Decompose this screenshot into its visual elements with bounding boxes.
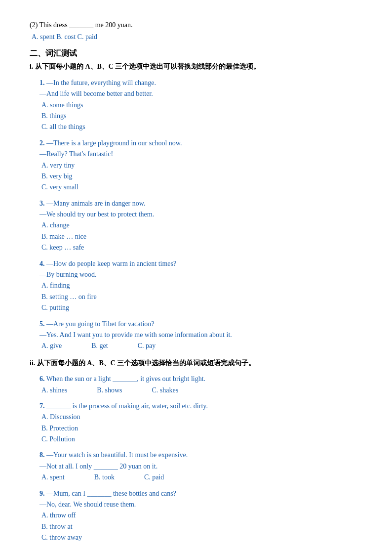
q8-options-inline: A. spent B. took C. paid <box>41 472 362 483</box>
q4-line1: 4. —How do people keep warm in ancient t… <box>39 258 362 269</box>
question-2: 2. —There is a large playground in our s… <box>39 138 362 193</box>
q7-optA: A. Discussion <box>41 412 362 423</box>
q9-optC: C. throw away <box>41 532 362 543</box>
q5-line2: —Yes. And I want you to provide me with … <box>39 330 362 341</box>
q3-optC: C. keep … safe <box>41 242 362 253</box>
questions-part1: 1. —In the future, everything will chang… <box>30 78 362 352</box>
q1-optC: C. all the things <box>41 122 362 132</box>
q7-text: 7. _______ is the process of making air,… <box>39 401 362 412</box>
q4-optC: C. putting <box>41 302 362 313</box>
q1-optB: B. things <box>41 111 362 122</box>
q2-optC: C. very small <box>41 182 362 193</box>
q8-optB: B. took <box>94 472 115 483</box>
q4-optB: B. setting … on fire <box>41 292 362 302</box>
q3-optA: A. change <box>41 220 362 231</box>
part1-label: i. 从下面每小题的 A、B、C 三个选项中选出可以替换划线部分的最佳选项。 <box>30 61 362 72</box>
q2-line1: 2. —There is a large playground in our s… <box>39 138 362 149</box>
q6-text: 6. When the sun or a light _______, it g… <box>39 374 362 384</box>
questions-part2: 6. When the sun or a light _______, it g… <box>30 374 362 543</box>
question-3: 3. —Many animals are in danger now. —We … <box>39 198 362 254</box>
q5-optC: C. pay <box>138 341 156 351</box>
q8-line2: —Not at all. I only _______ 20 yuan on i… <box>39 461 362 472</box>
q4-line2: —By burning wood. <box>39 269 362 280</box>
q3-line1: 3. —Many animals are in danger now. <box>39 198 362 209</box>
question-7: 7. _______ is the process of making air,… <box>39 401 362 445</box>
question-1: 1. —In the future, everything will chang… <box>39 78 362 133</box>
q5-optA: A. give <box>41 341 62 351</box>
q2-optB: B. very big <box>41 171 362 182</box>
q5-optB: B. get <box>91 341 108 351</box>
question-4: 4. —How do people keep warm in ancient t… <box>39 258 362 314</box>
q8-optA: A. spent <box>41 472 65 483</box>
part2-label: ii. 从下面每小题的 A、B、C 三个选项中选择恰当的单词或短语完成句子。 <box>30 358 362 369</box>
q1-line2: —And life will become better and better. <box>39 88 362 99</box>
q7-optB: B. Protection <box>41 423 362 434</box>
question-9: 9. —Mum, can I _______ these bottles and… <box>39 488 362 544</box>
question-8: 8. —Your watch is so beautiful. It must … <box>39 450 362 483</box>
q2-options: A. spent B. cost C. paid <box>32 32 362 43</box>
q9-line2: —No, dear. We should reuse them. <box>39 499 362 510</box>
question-6: 6. When the sun or a light _______, it g… <box>39 374 362 396</box>
section2-title: 二、词汇测试 <box>30 47 362 60</box>
q6-optC: C. shakes <box>152 385 178 396</box>
question-5: 5. —Are you going to Tibet for vacation?… <box>39 319 362 352</box>
q5-line1: 5. —Are you going to Tibet for vacation? <box>39 319 362 330</box>
q8-line1: 8. —Your watch is so beautiful. It must … <box>39 450 362 461</box>
q1-optA: A. some things <box>41 100 362 111</box>
q9-line1: 9. —Mum, can I _______ these bottles and… <box>39 488 362 499</box>
q1-line1: 1. —In the future, everything will chang… <box>39 78 362 88</box>
q3-optB: B. make … nice <box>41 231 362 242</box>
q2-text: (2) This dress _______ me 200 yuan. <box>30 20 362 31</box>
q3-line2: —We should try our best to protect them. <box>39 209 362 220</box>
q2-optA: A. very tiny <box>41 160 362 171</box>
q9-optA: A. throw off <box>41 510 362 521</box>
q2-line2: —Really? That's fantastic! <box>39 149 362 160</box>
q6-optA: A. shines <box>41 385 67 396</box>
q4-optA: A. finding <box>41 280 362 291</box>
q7-optC: C. Pollution <box>41 434 362 445</box>
q6-options-inline: A. shines B. shows C. shakes <box>41 385 362 396</box>
q9-optB: B. throw at <box>41 521 362 532</box>
q6-optB: B. shows <box>97 385 122 396</box>
intro-block: (2) This dress _______ me 200 yuan. A. s… <box>30 20 362 43</box>
q5-options-inline: A. give B. get C. pay <box>41 341 362 351</box>
q8-optC: C. paid <box>144 472 164 483</box>
